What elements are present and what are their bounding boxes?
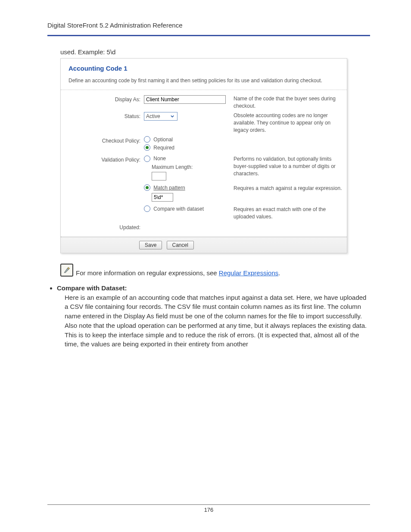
help-validation-match: Requires a match against a regular expre… xyxy=(230,185,342,192)
radio-label-required: Required xyxy=(153,145,174,151)
panel-description: Define an accounting code by first namin… xyxy=(61,75,347,90)
display-as-input[interactable] xyxy=(144,95,226,104)
help-display-as: Name of the code that the buyer sees dur… xyxy=(230,95,342,110)
help-validation-none: Performs no validation, but optionally l… xyxy=(230,156,342,177)
page-number: 176 xyxy=(47,507,370,513)
radio-validation-compare-dataset[interactable] xyxy=(144,205,150,212)
note-icon xyxy=(60,264,73,277)
radio-label-optional: Optional xyxy=(153,137,173,143)
label-validation-policy: Validation Policy: xyxy=(65,156,144,163)
max-length-label: Maximum Length: xyxy=(152,164,193,170)
radio-label-match-pattern: Match pattern xyxy=(153,185,185,191)
note-prefix: For more information on regular expressi… xyxy=(76,269,219,277)
radio-label-compare-dataset: Compare with dataset xyxy=(153,206,204,212)
radio-checkout-required[interactable] xyxy=(144,144,150,151)
status-select[interactable]: Active xyxy=(144,112,177,121)
header-rule xyxy=(47,35,370,36)
max-length-input[interactable] xyxy=(152,172,166,180)
chevron-down-icon xyxy=(169,113,175,119)
bullet-heading: Compare with Dataset: xyxy=(57,284,127,292)
label-checkout-policy: Checkout Policy: xyxy=(65,137,144,144)
panel-title: Accounting Code 1 xyxy=(61,59,347,75)
bullet-body: Here is an example of an accounting code… xyxy=(65,293,370,349)
note-suffix: . xyxy=(278,269,280,277)
status-select-value: Active xyxy=(146,113,160,119)
accounting-code-panel: Accounting Code 1 Define an accounting c… xyxy=(60,58,347,253)
help-status: Obsolete accounting codes are no longer … xyxy=(230,112,342,134)
regular-expressions-link[interactable]: Regular Expressions xyxy=(219,269,278,277)
intro-text: used. Example: 5\d xyxy=(60,48,370,56)
save-button[interactable]: Save xyxy=(139,241,162,249)
cancel-button[interactable]: Cancel xyxy=(167,241,194,249)
label-display-as: Display As: xyxy=(65,95,144,103)
help-validation-compare: Requires an exact match with one of the … xyxy=(230,206,342,221)
radio-checkout-optional[interactable] xyxy=(144,136,150,143)
radio-label-none: None xyxy=(153,156,166,162)
page-header-title: Digital StoreFront 5.2 Administration Re… xyxy=(47,22,370,29)
label-status: Status: xyxy=(65,112,144,119)
radio-validation-match-pattern[interactable] xyxy=(144,184,150,191)
match-pattern-input[interactable] xyxy=(152,193,173,202)
label-updated: Updated: xyxy=(65,223,144,230)
footer-rule xyxy=(47,504,370,505)
radio-validation-none[interactable] xyxy=(144,156,150,162)
